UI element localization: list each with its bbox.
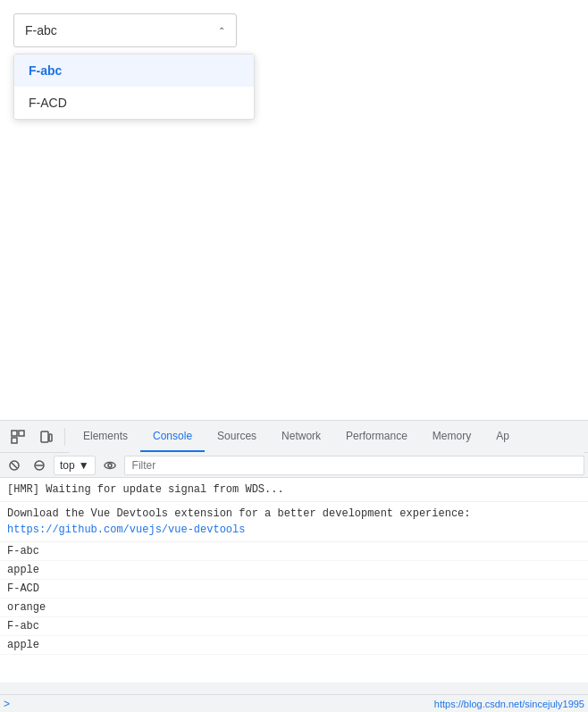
console-log-0: F-abc	[0, 542, 588, 561]
dropdown-item-1[interactable]: F-ACD	[14, 87, 254, 119]
svg-rect-1	[19, 431, 24, 436]
tab-network[interactable]: Network	[269, 422, 333, 452]
devtools-tabs: Elements Console Sources Network Perform…	[69, 421, 584, 453]
svg-rect-0	[12, 431, 17, 436]
console-content: [HMR] Waiting for update signal from WDS…	[0, 478, 588, 683]
tab-elements[interactable]: Elements	[71, 422, 140, 452]
devtools-link[interactable]: https://github.com/vuejs/vue-devtools	[7, 524, 245, 536]
bottom-bar: > https://blog.csdn.net/sincejuly1995	[0, 694, 588, 712]
chevron-down-icon: ▼	[79, 459, 89, 472]
tab-memory[interactable]: Memory	[420, 422, 483, 452]
svg-point-10	[108, 464, 112, 467]
console-log-3: orange	[0, 599, 588, 617]
dropdown-item-0[interactable]: F-abc	[14, 54, 254, 87]
toolbar-separator	[64, 428, 65, 446]
console-filter-input[interactable]	[124, 456, 584, 475]
svg-line-6	[12, 463, 17, 468]
console-log-2: F-ACD	[0, 580, 588, 599]
eye-icon[interactable]	[99, 455, 121, 476]
dropdown-selected-value: F-abc	[25, 23, 57, 38]
dropdown-trigger[interactable]: F-abc ⌃	[13, 13, 237, 47]
console-log-4: F-abc	[0, 617, 588, 636]
devtools-toolbar: Elements Console Sources Network Perform…	[0, 421, 588, 453]
no-entry-icon[interactable]	[29, 455, 50, 476]
svg-rect-4	[49, 434, 52, 441]
inspect-element-icon[interactable]	[5, 424, 30, 449]
console-context-select[interactable]: top ▼	[54, 456, 96, 475]
console-toolbar: top ▼	[0, 453, 588, 478]
tab-performance[interactable]: Performance	[333, 422, 420, 452]
devtools-panel: Elements Console Sources Network Perform…	[0, 420, 588, 712]
console-log-1: apple	[0, 561, 588, 580]
chevron-up-icon: ⌃	[218, 26, 225, 36]
dropdown-menu: F-abc F-ACD	[13, 54, 255, 120]
console-message-hmr: [HMR] Waiting for update signal from WDS…	[0, 478, 588, 502]
device-toolbar-icon[interactable]	[34, 424, 59, 449]
svg-rect-3	[41, 431, 48, 442]
console-message-devtools: Download the Vue Devtools extension for …	[0, 502, 588, 542]
tab-console[interactable]: Console	[140, 422, 205, 452]
svg-rect-2	[12, 438, 17, 443]
clear-console-icon[interactable]	[4, 455, 25, 476]
console-log-5: apple	[0, 636, 588, 655]
tab-sources[interactable]: Sources	[205, 422, 269, 452]
main-content: F-abc ⌃ F-abc F-ACD	[0, 0, 588, 420]
tab-application[interactable]: Ap	[483, 422, 522, 452]
bottom-bar-link[interactable]: https://blog.csdn.net/sincejuly1995	[434, 699, 584, 709]
console-input-arrow[interactable]: >	[4, 698, 10, 710]
